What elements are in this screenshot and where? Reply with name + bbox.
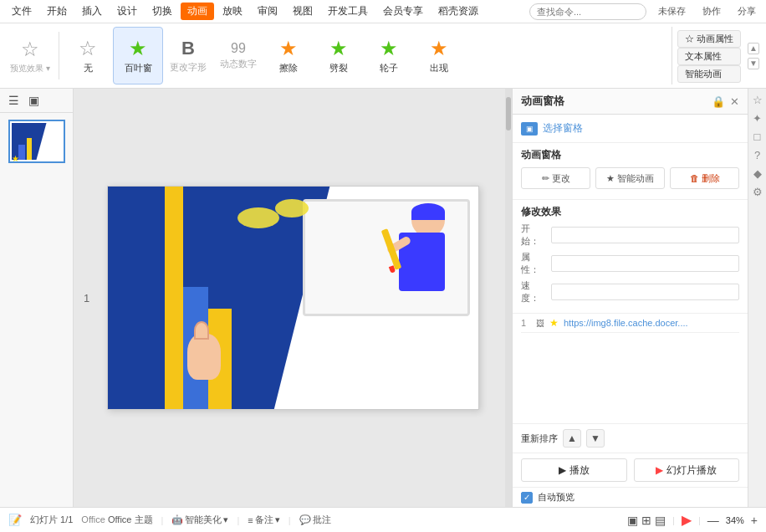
ribbon-none[interactable]: ☆ 无 [63, 27, 113, 84]
menu-shell[interactable]: 稻壳资源 [432, 3, 485, 20]
morph-icon: B [181, 38, 195, 59]
number-label: 动态数字 [220, 58, 257, 70]
menu-start[interactable]: 开始 [40, 3, 74, 20]
far-right-sparkle-icon[interactable]: ✦ [750, 110, 765, 125]
thumbs-hand [187, 334, 221, 380]
anim-list-item[interactable]: 1 🖼 ★ https://img8.file.cache.docer.... [521, 314, 739, 333]
select-pane-button[interactable]: ▣ 选择窗格 [513, 115, 748, 143]
slideshow-label: 幻灯片播放 [666, 463, 717, 478]
menu-play[interactable]: 放映 [216, 3, 249, 20]
far-right-grid-icon[interactable]: □ [750, 129, 765, 144]
menu-vip[interactable]: 会员专享 [376, 3, 430, 20]
split-label: 劈裂 [329, 62, 348, 74]
effect-prop-input[interactable] [551, 255, 739, 272]
slide-info: 幻灯片 1/1 [30, 514, 73, 526]
ribbon-erase[interactable]: ★ 擦除 [263, 27, 314, 84]
effect-start-label: 开始： [521, 223, 546, 248]
text-props-label: 文本属性 [685, 51, 722, 61]
theme-info: Office Office 主题 [81, 514, 152, 526]
ribbon-split[interactable]: ★ 劈裂 [314, 27, 364, 84]
collab-button[interactable]: 协作 [697, 3, 726, 19]
menu-review[interactable]: 审阅 [251, 3, 284, 20]
main-area: ☰ ▣ 1 ★ 1 [0, 89, 766, 507]
anim-item-star: ★ [549, 317, 559, 329]
ribbon-morph[interactable]: B 更改字形 [163, 27, 213, 84]
far-right-settings-icon[interactable]: ⚙ [750, 184, 765, 199]
effect-start-input[interactable] [551, 227, 739, 243]
slide-thumbnail[interactable]: ★ [8, 120, 65, 163]
ribbon-divider-1 [59, 32, 59, 79]
blinds-label: 百叶窗 [125, 62, 152, 74]
menu-file[interactable]: 文件 [5, 3, 38, 20]
text-props-button[interactable]: 文本属性 [677, 48, 741, 65]
delete-button[interactable]: 🗑 删除 [670, 167, 739, 189]
zoom-in-button[interactable]: + [751, 514, 758, 527]
illus-thumbsup [187, 334, 233, 392]
effect-start-row: 开始： [521, 223, 739, 248]
illus-yellow-bar [165, 187, 183, 409]
menu-view[interactable]: 视图 [286, 3, 319, 20]
ribbon-appear[interactable]: ★ 出现 [414, 27, 464, 84]
smart-label: 智能动画 [617, 172, 654, 185]
share-button[interactable]: 分享 [733, 3, 761, 19]
sort-up-button[interactable]: ▲ [563, 429, 581, 448]
char-hair [411, 203, 445, 220]
search-input[interactable] [529, 3, 646, 20]
menu-insert[interactable]: 插入 [75, 3, 109, 20]
zoom-out-button[interactable]: — [707, 514, 719, 527]
edit-button[interactable]: ✏ 更改 [521, 167, 590, 189]
menu-animate[interactable]: 动画 [181, 3, 214, 20]
sort-down-button[interactable]: ▼ [586, 429, 605, 448]
far-right-diamond-icon[interactable]: ◆ [750, 166, 765, 181]
far-right-help-icon[interactable]: ? [750, 147, 765, 162]
status-left: 📝 幻灯片 1/1 Office Office 主题 | 🤖 智能美化 ▾ | … [8, 514, 331, 526]
annot-icon: ≡ [248, 515, 253, 525]
annotation-button[interactable]: ≡ 备注 ▾ [248, 514, 279, 526]
scrollbar-thumb[interactable] [506, 97, 511, 130]
smart-button[interactable]: ★ 智能动画 [595, 167, 665, 189]
blinds-icon: ★ [129, 37, 147, 60]
erase-label: 擦除 [279, 62, 298, 74]
view-notes-icon[interactable]: ▤ [655, 514, 666, 527]
effect-speed-input[interactable] [551, 284, 739, 300]
ribbon-scroll-down[interactable]: ▼ [748, 58, 759, 69]
anim-item-number: 1 [521, 318, 531, 328]
anim-star-icon: ☆ [685, 33, 697, 43]
menu-bar-left: 文件 开始 插入 设计 切换 动画 放映 审阅 视图 开发工具 会员专享 稻壳资… [5, 3, 485, 20]
play-status-button[interactable]: ▶ [682, 512, 692, 528]
editor-area[interactable]: 1 [74, 89, 512, 507]
select-pane-icon: ▣ [521, 122, 538, 136]
slideshow-button[interactable]: ▶ 幻灯片播放 [634, 458, 740, 482]
menu-design[interactable]: 设计 [110, 3, 144, 20]
auto-preview-checkbox[interactable]: ✓ [521, 492, 533, 504]
view-normal-icon[interactable]: ▣ [627, 514, 638, 527]
menu-dev[interactable]: 开发工具 [321, 3, 375, 20]
panel-pin-icon[interactable]: 🔒 [712, 95, 725, 108]
effect-title: 修改效果 [521, 205, 739, 219]
delete-icon: 🗑 [690, 173, 699, 183]
smart-anim-button[interactable]: 智能动画 [677, 65, 741, 83]
anim-list-area: 1 🖼 ★ https://img8.file.cache.docer.... [513, 314, 748, 423]
grid-view-icon[interactable]: ▣ [25, 92, 42, 109]
editor-scrollbar[interactable] [505, 89, 512, 507]
appear-icon: ★ [430, 37, 448, 60]
slide-star-icon: ★ [12, 154, 19, 163]
far-right-star-icon[interactable]: ☆ [750, 92, 765, 107]
play-button[interactable]: ▶ 播放 [521, 458, 627, 482]
slide-canvas[interactable] [107, 186, 479, 410]
list-view-icon[interactable]: ☰ [5, 92, 22, 109]
anim-action-row: ✏ 更改 ★ 智能动画 🗑 删除 [521, 167, 739, 189]
ribbon-blinds[interactable]: ★ 百叶窗 [113, 27, 163, 84]
ribbon-preview[interactable]: ☆ 预览效果 ▾ [5, 27, 55, 84]
beautify-button[interactable]: 🤖 智能美化 ▾ [171, 514, 228, 526]
ribbon-number[interactable]: 99 动态数字 [213, 27, 263, 84]
comment-button[interactable]: 💬 批注 [299, 514, 331, 526]
view-grid-icon[interactable]: ⊞ [641, 514, 651, 527]
anim-props-button[interactable]: ☆ 动画属性 [677, 30, 741, 48]
menu-bar-right: 未保存 协作 分享 [529, 3, 761, 20]
ribbon-wheel[interactable]: ★ 轮子 [364, 27, 414, 84]
panel-close-icon[interactable]: ✕ [730, 95, 739, 108]
ribbon-scroll-up[interactable]: ▲ [748, 43, 759, 54]
menu-switch[interactable]: 切换 [146, 3, 179, 20]
preview-label: 预览效果 ▾ [10, 63, 50, 74]
